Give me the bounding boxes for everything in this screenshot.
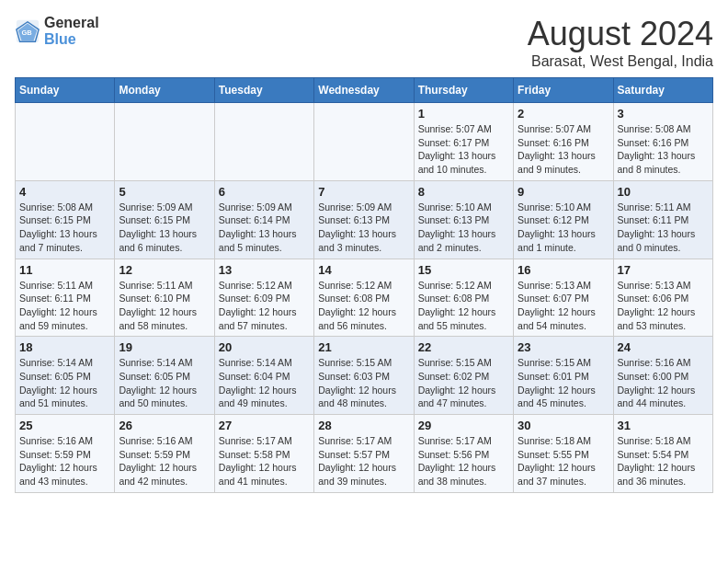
day-info: Sunrise: 5:07 AM Sunset: 6:16 PM Dayligh… — [518, 122, 609, 177]
day-header-thursday: Thursday — [414, 78, 513, 103]
day-header-tuesday: Tuesday — [214, 78, 313, 103]
day-info: Sunrise: 5:10 AM Sunset: 6:12 PM Dayligh… — [518, 201, 609, 255]
day-number: 29 — [418, 419, 509, 432]
day-number: 14 — [318, 263, 409, 277]
calendar-cell: 22Sunrise: 5:15 AM Sunset: 6:02 PM Dayli… — [414, 337, 513, 415]
calendar-cell: 28Sunrise: 5:17 AM Sunset: 5:57 PM Dayli… — [314, 415, 414, 493]
day-number: 25 — [19, 419, 110, 432]
day-number: 22 — [418, 340, 509, 354]
calendar-cell: 10Sunrise: 5:11 AM Sunset: 6:11 PM Dayli… — [613, 180, 712, 259]
subtitle: Barasat, West Bengal, India — [528, 53, 713, 70]
day-number: 20 — [219, 340, 310, 354]
day-info: Sunrise: 5:14 AM Sunset: 6:05 PM Dayligh… — [19, 356, 110, 410]
calendar-week-3: 11Sunrise: 5:11 AM Sunset: 6:11 PM Dayli… — [16, 259, 713, 337]
day-info: Sunrise: 5:17 AM Sunset: 5:57 PM Dayligh… — [318, 434, 409, 488]
day-info: Sunrise: 5:12 AM Sunset: 6:08 PM Dayligh… — [418, 279, 509, 333]
day-number: 23 — [518, 340, 609, 354]
day-info: Sunrise: 5:16 AM Sunset: 5:59 PM Dayligh… — [19, 434, 110, 488]
calendar-week-1: 1Sunrise: 5:07 AM Sunset: 6:17 PM Daylig… — [16, 103, 713, 181]
svg-text:GB: GB — [21, 29, 32, 37]
day-number: 26 — [119, 419, 210, 432]
day-number: 17 — [618, 263, 709, 277]
day-number: 21 — [318, 340, 409, 354]
calendar-cell: 26Sunrise: 5:16 AM Sunset: 5:59 PM Dayli… — [115, 415, 214, 493]
header: GB General Blue August 2024 Barasat, Wes… — [15, 15, 713, 70]
day-info: Sunrise: 5:07 AM Sunset: 6:17 PM Dayligh… — [418, 122, 509, 177]
day-info: Sunrise: 5:08 AM Sunset: 6:16 PM Dayligh… — [618, 122, 709, 177]
day-number: 5 — [119, 185, 210, 199]
logo-icon: GB — [15, 18, 40, 44]
calendar-cell: 21Sunrise: 5:15 AM Sunset: 6:03 PM Dayli… — [314, 337, 414, 415]
day-number: 13 — [219, 263, 310, 277]
day-info: Sunrise: 5:15 AM Sunset: 6:02 PM Dayligh… — [418, 356, 509, 410]
calendar-cell: 1Sunrise: 5:07 AM Sunset: 6:17 PM Daylig… — [414, 103, 513, 181]
calendar-cell: 15Sunrise: 5:12 AM Sunset: 6:08 PM Dayli… — [414, 259, 513, 337]
day-info: Sunrise: 5:11 AM Sunset: 6:10 PM Dayligh… — [119, 279, 210, 333]
calendar-cell: 24Sunrise: 5:16 AM Sunset: 6:00 PM Dayli… — [613, 337, 712, 415]
day-info: Sunrise: 5:14 AM Sunset: 6:05 PM Dayligh… — [119, 356, 210, 410]
calendar-cell — [314, 103, 414, 181]
calendar-cell: 17Sunrise: 5:13 AM Sunset: 6:06 PM Dayli… — [613, 259, 712, 337]
day-info: Sunrise: 5:10 AM Sunset: 6:13 PM Dayligh… — [418, 201, 509, 255]
calendar-cell — [16, 103, 115, 181]
day-info: Sunrise: 5:08 AM Sunset: 6:15 PM Dayligh… — [19, 201, 110, 255]
calendar-cell — [115, 103, 214, 181]
day-info: Sunrise: 5:12 AM Sunset: 6:08 PM Dayligh… — [318, 279, 409, 333]
calendar-table: SundayMondayTuesdayWednesdayThursdayFrid… — [15, 77, 713, 493]
calendar-cell: 25Sunrise: 5:16 AM Sunset: 5:59 PM Dayli… — [16, 415, 115, 493]
days-header-row: SundayMondayTuesdayWednesdayThursdayFrid… — [16, 78, 713, 103]
calendar-cell: 6Sunrise: 5:09 AM Sunset: 6:14 PM Daylig… — [214, 180, 313, 259]
calendar-cell: 18Sunrise: 5:14 AM Sunset: 6:05 PM Dayli… — [16, 337, 115, 415]
calendar-week-5: 25Sunrise: 5:16 AM Sunset: 5:59 PM Dayli… — [16, 415, 713, 493]
day-info: Sunrise: 5:11 AM Sunset: 6:11 PM Dayligh… — [618, 201, 709, 255]
calendar-week-2: 4Sunrise: 5:08 AM Sunset: 6:15 PM Daylig… — [16, 180, 713, 259]
calendar-cell: 16Sunrise: 5:13 AM Sunset: 6:07 PM Dayli… — [514, 259, 613, 337]
day-number: 9 — [518, 185, 609, 199]
calendar-cell: 12Sunrise: 5:11 AM Sunset: 6:10 PM Dayli… — [115, 259, 214, 337]
logo-text: General Blue — [44, 15, 99, 48]
calendar-cell: 27Sunrise: 5:17 AM Sunset: 5:58 PM Dayli… — [214, 415, 313, 493]
day-number: 15 — [418, 263, 509, 277]
calendar-cell: 2Sunrise: 5:07 AM Sunset: 6:16 PM Daylig… — [514, 103, 613, 181]
calendar-cell: 29Sunrise: 5:17 AM Sunset: 5:56 PM Dayli… — [414, 415, 513, 493]
day-info: Sunrise: 5:16 AM Sunset: 5:59 PM Dayligh… — [119, 434, 210, 488]
calendar-cell: 31Sunrise: 5:18 AM Sunset: 5:54 PM Dayli… — [613, 415, 712, 493]
day-number: 10 — [618, 185, 709, 199]
calendar-cell: 14Sunrise: 5:12 AM Sunset: 6:08 PM Dayli… — [314, 259, 414, 337]
calendar-cell: 8Sunrise: 5:10 AM Sunset: 6:13 PM Daylig… — [414, 180, 513, 259]
title-area: August 2024 Barasat, West Bengal, India — [528, 15, 713, 70]
day-info: Sunrise: 5:14 AM Sunset: 6:04 PM Dayligh… — [219, 356, 310, 410]
calendar-cell — [214, 103, 313, 181]
day-number: 4 — [19, 185, 110, 199]
day-info: Sunrise: 5:18 AM Sunset: 5:54 PM Dayligh… — [618, 434, 709, 488]
day-info: Sunrise: 5:13 AM Sunset: 6:07 PM Dayligh… — [518, 279, 609, 333]
day-number: 28 — [318, 419, 409, 432]
day-info: Sunrise: 5:17 AM Sunset: 5:56 PM Dayligh… — [418, 434, 509, 488]
day-number: 12 — [119, 263, 210, 277]
day-header-wednesday: Wednesday — [314, 78, 414, 103]
calendar-cell: 3Sunrise: 5:08 AM Sunset: 6:16 PM Daylig… — [613, 103, 712, 181]
calendar-week-4: 18Sunrise: 5:14 AM Sunset: 6:05 PM Dayli… — [16, 337, 713, 415]
day-number: 18 — [19, 340, 110, 354]
day-info: Sunrise: 5:15 AM Sunset: 6:01 PM Dayligh… — [518, 356, 609, 410]
day-number: 8 — [418, 185, 509, 199]
day-info: Sunrise: 5:18 AM Sunset: 5:55 PM Dayligh… — [518, 434, 609, 488]
calendar-cell: 13Sunrise: 5:12 AM Sunset: 6:09 PM Dayli… — [214, 259, 313, 337]
day-number: 1 — [418, 107, 509, 121]
calendar-cell: 4Sunrise: 5:08 AM Sunset: 6:15 PM Daylig… — [16, 180, 115, 259]
day-header-monday: Monday — [115, 78, 214, 103]
day-header-friday: Friday — [514, 78, 613, 103]
day-number: 7 — [318, 185, 409, 199]
day-info: Sunrise: 5:09 AM Sunset: 6:13 PM Dayligh… — [318, 201, 409, 255]
calendar-cell: 30Sunrise: 5:18 AM Sunset: 5:55 PM Dayli… — [514, 415, 613, 493]
day-number: 3 — [618, 107, 709, 121]
day-number: 16 — [518, 263, 609, 277]
day-number: 19 — [119, 340, 210, 354]
day-number: 2 — [518, 107, 609, 121]
day-number: 30 — [518, 419, 609, 432]
day-number: 11 — [19, 263, 110, 277]
day-info: Sunrise: 5:15 AM Sunset: 6:03 PM Dayligh… — [318, 356, 409, 410]
day-info: Sunrise: 5:11 AM Sunset: 6:11 PM Dayligh… — [19, 279, 110, 333]
calendar-cell: 23Sunrise: 5:15 AM Sunset: 6:01 PM Dayli… — [514, 337, 613, 415]
day-info: Sunrise: 5:16 AM Sunset: 6:00 PM Dayligh… — [618, 356, 709, 410]
